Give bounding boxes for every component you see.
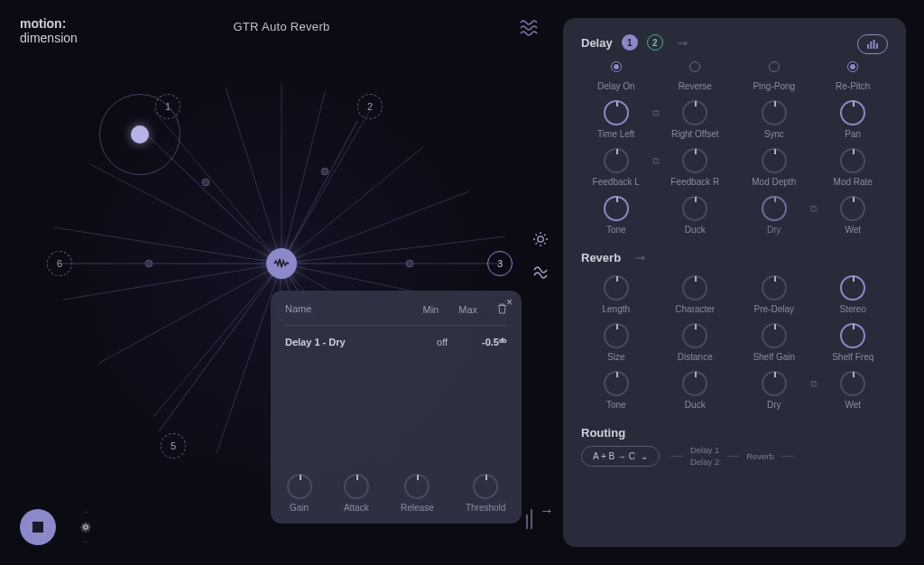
svg-line-7 [282,92,325,264]
sync-label: Sync [764,129,784,139]
mod-row-min: off [437,337,462,348]
chain-icon[interactable]: ⧉ [651,155,661,167]
delay-on-toggle[interactable] [611,61,622,72]
output-meter [526,509,532,529]
mod-col-name: Name [285,303,311,316]
route-delay2: Delay 2 [690,457,719,467]
reverb-tone-knob[interactable] [604,371,629,396]
svg-line-35 [544,243,546,245]
chain-icon[interactable]: ⧉ [809,203,818,215]
size-knob[interactable] [604,323,629,348]
right-offset-knob[interactable] [682,100,707,125]
svg-rect-41 [876,43,878,49]
reverb-duck-knob[interactable] [682,371,707,396]
length-knob[interactable] [604,275,629,301]
svg-line-1 [282,121,357,264]
svg-line-18 [153,264,282,417]
chain-icon[interactable]: ⧉ [651,107,661,119]
chain-icon[interactable]: ⧉ [809,378,818,390]
shelf-freq-knob[interactable] [840,323,865,348]
center-handle[interactable] [266,248,297,279]
node-3[interactable]: 3 [487,251,513,276]
pingpong-toggle[interactable] [769,61,780,72]
delay-tab-1[interactable]: 1 [622,34,638,51]
mod-depth-knob[interactable] [762,148,787,173]
link-icon[interactable]: ⊸ [635,251,645,264]
delay-tone-knob[interactable] [604,196,629,221]
character-label: Character [675,304,715,314]
gain-knob[interactable] [287,474,312,499]
feedback-r-knob[interactable] [682,148,707,173]
mod-col-min: Min [422,304,439,315]
scribble-icon[interactable] [532,264,549,285]
distance-knob[interactable] [682,323,707,348]
svg-point-29 [538,236,543,242]
reverb-wet-label: Wet [845,400,861,410]
reverb-dry-label: Dry [767,400,781,410]
release-knob[interactable] [404,474,430,499]
distance-label: Distance [678,352,713,362]
stop-button[interactable] [20,509,56,545]
routing-section-head: Routing [581,426,888,440]
route-reverb: Reverb [746,451,774,461]
attack-knob[interactable] [344,474,369,499]
svg-point-26 [321,168,328,175]
link-icon[interactable]: ⊸ [678,36,688,50]
threshold-knob[interactable] [473,474,498,499]
reverb-wet-knob[interactable] [840,371,865,396]
delay-tab-2[interactable]: 2 [647,34,663,51]
repitch-toggle[interactable] [847,61,858,72]
mod-row-name: Delay 1 - Dry [285,337,346,348]
time-left-knob[interactable] [604,100,629,125]
route-delay1: Delay 1 [690,445,719,455]
sync-knob[interactable] [762,100,787,125]
node-1[interactable]: 1 [155,94,180,119]
right-offset-label: Right Offset [671,129,719,139]
attack-label: Attack [344,503,369,513]
preset-name[interactable]: GTR Auto Reverb [0,20,563,33]
mod-rate-knob[interactable] [840,148,865,173]
mod-rate-label: Mod Rate [834,177,873,187]
routing-select[interactable]: A + B → C ⌄ [581,446,660,467]
predelay-label: Pre-Delay [754,304,794,314]
feedback-r-label: Feedback R [670,177,719,187]
delay-wet-knob[interactable] [840,196,865,221]
brightness-icon[interactable] [532,231,549,252]
node-5[interactable]: 5 [161,433,186,458]
svg-rect-39 [870,42,872,49]
reverb-section-head: Reverb ⊸ [581,251,888,264]
mod-depth-label: Mod Depth [752,177,796,187]
reverse-toggle[interactable] [689,61,700,72]
pan-label: Pan [845,129,861,139]
predelay-knob[interactable] [762,275,787,301]
wave-icon[interactable] [520,20,541,41]
svg-line-36 [536,243,538,245]
mod-row[interactable]: Delay 1 - Dry off -0.5ᵈᵇ [285,326,507,359]
threshold-label: Threshold [466,503,505,513]
delay-on-label: Delay On [597,81,635,91]
character-knob[interactable] [682,275,707,301]
svg-rect-38 [867,44,869,49]
delay-duck-knob[interactable] [682,196,707,221]
close-icon[interactable]: × [506,296,513,309]
svg-point-27 [406,260,413,267]
analyzer-button[interactable] [857,34,888,54]
node-6[interactable]: 6 [47,251,72,276]
svg-line-8 [282,110,370,264]
mod-row-max: -0.5ᵈᵇ [482,337,507,348]
params-panel: Delay 1 2 ⊸ Delay On Reverse Ping-Pong R… [563,18,906,547]
stereo-knob[interactable] [840,275,865,301]
delay-dry-knob[interactable] [762,196,787,221]
reverb-duck-label: Duck [685,400,706,410]
expand-arrow-icon[interactable]: → [536,493,558,529]
pan-knob[interactable] [840,100,865,125]
settings-button[interactable] [69,510,103,544]
routing-title: Routing [581,426,625,440]
reverb-dry-knob[interactable] [762,371,787,396]
svg-line-34 [536,235,538,236]
shelf-gain-knob[interactable] [762,323,787,348]
feedback-l-knob[interactable] [604,148,629,173]
node-2[interactable]: 2 [357,94,383,119]
reverb-tone-label: Tone [606,400,626,410]
reverse-label: Reverse [679,81,712,91]
